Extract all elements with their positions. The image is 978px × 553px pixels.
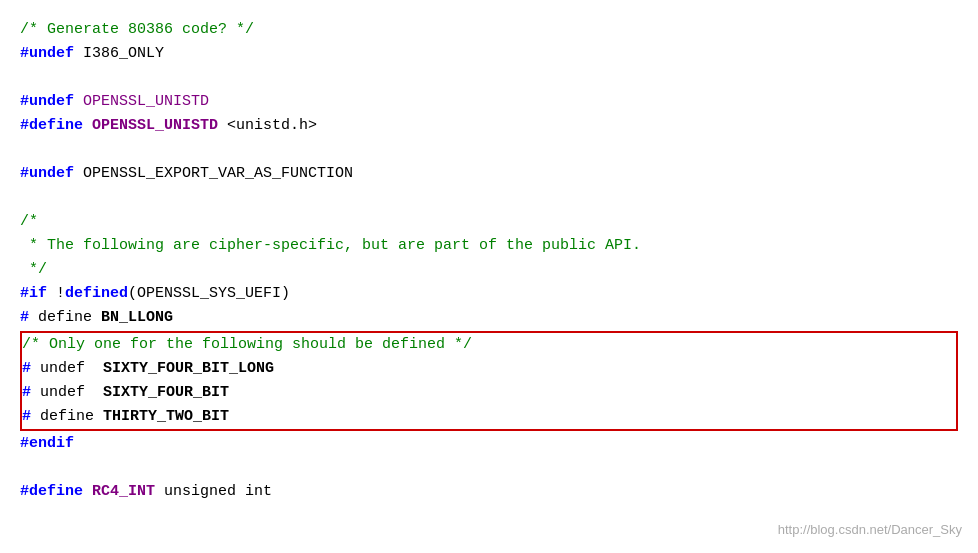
keyword-text: #endif (20, 432, 74, 456)
plain-text: ! (47, 282, 65, 306)
comment-text: * The following are cipher-specific, but… (20, 234, 641, 258)
empty-line (20, 66, 958, 90)
comment-text: /* (20, 210, 38, 234)
empty-line (20, 138, 958, 162)
empty-line (20, 186, 958, 210)
code-line: */ (20, 258, 958, 282)
code-line: #define OPENSSL_UNISTD <unistd.h> (20, 114, 958, 138)
code-line: # undef SIXTY_FOUR_BIT_LONG (22, 357, 956, 381)
macro-name-text: SIXTY_FOUR_BIT_LONG (103, 357, 274, 381)
highlighted-block: /* Only one for the following should be … (20, 331, 958, 431)
code-line: #undef OPENSSL_UNISTD (20, 90, 958, 114)
code-line: # undef SIXTY_FOUR_BIT (22, 381, 956, 405)
code-line: /* (20, 210, 958, 234)
macro-name-text: THIRTY_TWO_BIT (103, 405, 229, 429)
hash-text: # (22, 357, 31, 381)
macro-name-text: BN_LLONG (101, 306, 173, 330)
comment-text: */ (20, 258, 47, 282)
macro-name-text: SIXTY_FOUR_BIT (103, 381, 229, 405)
plain-text: undef (31, 381, 103, 405)
keyword-text: #undef (20, 162, 74, 186)
code-line: #define RC4_INT unsigned int (20, 480, 958, 504)
plain-text: I386_ONLY (74, 42, 164, 66)
code-container: /* Generate 80386 code? */ #undef I386_O… (0, 0, 978, 553)
keyword-text: #if (20, 282, 47, 306)
code-line: #if !defined(OPENSSL_SYS_UEFI) (20, 282, 958, 306)
code-line: #undef I386_ONLY (20, 42, 958, 66)
code-line: /* Only one for the following should be … (22, 333, 956, 357)
hash-text: # (22, 405, 31, 429)
macro-name-text: OPENSSL_UNISTD (74, 90, 209, 114)
plain-text: OPENSSL_EXPORT_VAR_AS_FUNCTION (74, 162, 353, 186)
watermark: http://blog.csdn.net/Dancer_Sky (778, 520, 962, 541)
code-line: #undef OPENSSL_EXPORT_VAR_AS_FUNCTION (20, 162, 958, 186)
keyword-text: #define (20, 114, 83, 138)
plain-text: unsigned int (155, 480, 272, 504)
code-line: * The following are cipher-specific, but… (20, 234, 958, 258)
comment-text: /* Generate 80386 code? */ (20, 18, 254, 42)
keyword-text: #define (20, 480, 83, 504)
code-line: # define THIRTY_TWO_BIT (22, 405, 956, 429)
code-line: #endif (20, 432, 958, 456)
plain-text: define (31, 405, 103, 429)
keyword-text: defined (65, 282, 128, 306)
hash-text: # (20, 306, 29, 330)
plain-text: undef (31, 357, 103, 381)
keyword-text: #undef (20, 42, 74, 66)
hash-text: # (22, 381, 31, 405)
plain-text: (OPENSSL_SYS_UEFI) (128, 282, 290, 306)
macro-name-text: OPENSSL_UNISTD (83, 114, 218, 138)
macro-name-text: RC4_INT (83, 480, 155, 504)
code-line: # define BN_LLONG (20, 306, 958, 330)
keyword-text: #undef (20, 90, 74, 114)
comment-text: /* Only one for the following should be … (22, 333, 472, 357)
code-line: /* Generate 80386 code? */ (20, 18, 958, 42)
plain-text: <unistd.h> (218, 114, 317, 138)
empty-line (20, 456, 958, 480)
plain-text: define (29, 306, 101, 330)
